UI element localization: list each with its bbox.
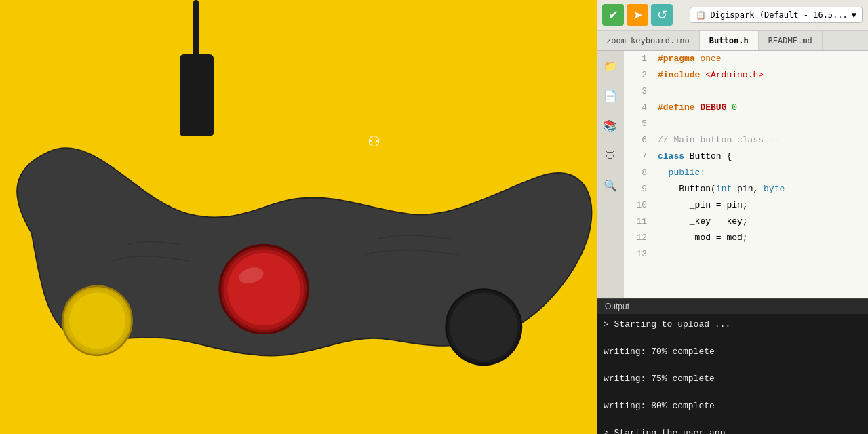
tab-zoom-keyboard[interactable]: zoom_keyboard.ino bbox=[597, 31, 700, 50]
output-line-3: writing: 75% complete bbox=[604, 372, 861, 386]
code-line-7: 7 class Button { bbox=[624, 149, 868, 165]
code-line-4: 4 #define DEBUG 0 bbox=[624, 100, 868, 116]
output-header: Output bbox=[597, 298, 868, 314]
upload-button[interactable]: ➤ bbox=[627, 4, 648, 26]
search-icon[interactable]: 🔍 bbox=[601, 176, 620, 195]
shield-icon[interactable]: 🛡 bbox=[601, 146, 620, 165]
code-line-13: 13 bbox=[624, 246, 868, 262]
tab-readme[interactable]: README.md bbox=[759, 31, 823, 50]
code-line-3: 3 bbox=[624, 83, 868, 100]
verify-button[interactable]: ✔ bbox=[602, 4, 624, 26]
svg-point-5 bbox=[227, 253, 300, 326]
svg-point-8 bbox=[450, 293, 517, 361]
folder-icon[interactable]: 📁 bbox=[601, 56, 620, 75]
code-line-5: 5 bbox=[624, 116, 868, 132]
tab-button-h[interactable]: Button.h bbox=[700, 31, 759, 50]
output-line-4: writing: 80% complete bbox=[604, 399, 861, 413]
ide-panel: ✔ ➤ ↺ 📋 Digispark (Default - 16.5... ▼ z… bbox=[597, 0, 868, 434]
output-line-5: > Starting the user app ... bbox=[604, 427, 861, 434]
file-icon[interactable]: 📄 bbox=[601, 86, 620, 105]
board-icon: 📋 bbox=[696, 10, 706, 20]
dropdown-arrow-icon: ▼ bbox=[852, 10, 856, 20]
toolbar: ✔ ➤ ↺ 📋 Digispark (Default - 16.5... ▼ bbox=[597, 0, 868, 31]
output-line-2: writing: 70% complete bbox=[604, 345, 861, 359]
new-button[interactable]: ↺ bbox=[651, 4, 673, 26]
controller-image bbox=[0, 0, 597, 434]
code-editor[interactable]: 1 #pragma once 2 #include <Arduino.h> 3 … bbox=[624, 51, 868, 298]
ide-body: 📁 📄 📚 🛡 🔍 1 #pragma once 2 #include <Ard… bbox=[597, 51, 868, 298]
tabs-bar: zoom_keyboard.ino Button.h README.md bbox=[597, 31, 868, 51]
sidebar-icons: 📁 📄 📚 🛡 🔍 bbox=[597, 51, 624, 298]
book-icon[interactable]: 📚 bbox=[601, 116, 620, 135]
board-name: Digispark (Default - 16.5... bbox=[710, 10, 847, 20]
photo-area: ⚇ bbox=[0, 0, 597, 434]
output-panel: Output > Starting to upload ... writing:… bbox=[597, 298, 868, 434]
code-line-11: 11 _key = key; bbox=[624, 214, 868, 230]
board-selector[interactable]: 📋 Digispark (Default - 16.5... ▼ bbox=[690, 7, 863, 23]
code-line-2: 2 #include <Arduino.h> bbox=[624, 67, 868, 83]
code-line-9: 9 Button(int pin, byte bbox=[624, 181, 868, 197]
code-line-1: 1 #pragma once bbox=[624, 51, 868, 67]
output-line-1: > Starting to upload ... bbox=[604, 318, 861, 332]
code-line-12: 12 _mod = mod; bbox=[624, 230, 868, 246]
code-line-6: 6 // Main button class -- bbox=[624, 132, 868, 149]
output-content: > Starting to upload ... writing: 70% co… bbox=[597, 314, 868, 434]
code-line-10: 10 _pin = pin; bbox=[624, 197, 868, 214]
code-line-8: 8 public: bbox=[624, 165, 868, 181]
svg-point-2 bbox=[69, 292, 125, 349]
